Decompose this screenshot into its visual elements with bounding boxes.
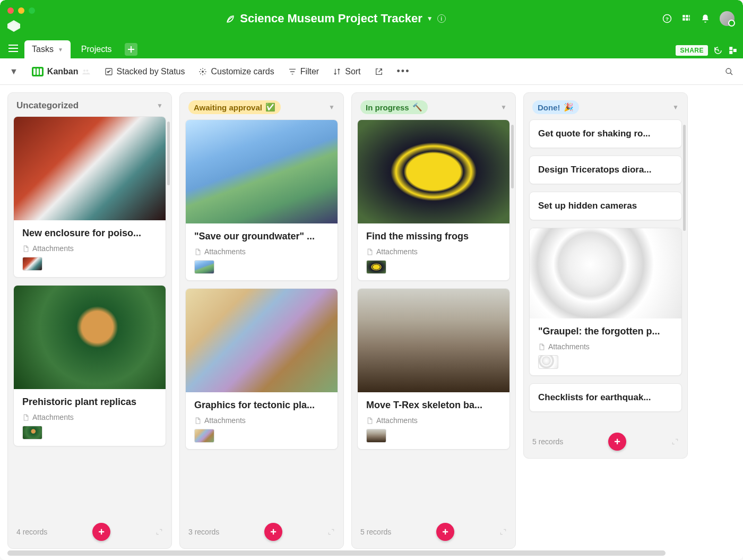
app-logo-icon[interactable] <box>7 20 20 34</box>
filter-button[interactable]: Filter <box>288 67 319 76</box>
records-count: 5 records <box>532 437 563 446</box>
svg-rect-4 <box>682 18 685 21</box>
help-icon[interactable]: ? <box>662 14 672 23</box>
maximize-window-icon[interactable] <box>29 7 35 14</box>
kanban-icon <box>32 67 44 76</box>
kanban-card[interactable]: Design Triceratops diora... <box>529 156 682 184</box>
column-header[interactable]: In progress 🔨 ▼ <box>352 93 515 119</box>
notifications-icon[interactable] <box>701 14 710 23</box>
view-label: Kanban <box>47 67 79 76</box>
info-icon[interactable]: i <box>437 14 446 23</box>
more-options-button[interactable]: ••• <box>397 66 410 77</box>
add-card-button[interactable]: + <box>436 523 454 541</box>
column-header[interactable]: Done! 🎉 ▼ <box>524 93 687 119</box>
workspace-title-text: Science Museum Project Tracker <box>240 12 422 25</box>
kanban-card[interactable]: Prehistoric plant replicas Attachments <box>13 285 166 446</box>
expand-icon[interactable] <box>327 528 335 536</box>
menu-icon[interactable] <box>5 40 21 56</box>
window-controls <box>7 7 35 14</box>
column-title-pill: In progress 🔨 <box>360 100 428 114</box>
svg-rect-5 <box>686 18 688 21</box>
hammer-emoji: 🔨 <box>412 102 422 112</box>
chevron-down-icon[interactable]: ▼ <box>329 104 335 111</box>
kanban-card[interactable]: Get quote for shaking ro... <box>529 119 682 148</box>
attachments-label: Attachments <box>22 244 157 253</box>
kanban-card[interactable]: Set up hidden cameras <box>529 192 682 220</box>
scrollbar[interactable] <box>167 122 170 185</box>
card-title: Find the missing frogs <box>366 231 501 242</box>
view-switcher[interactable]: Kanban <box>32 67 91 76</box>
attachment-thumbnail[interactable] <box>366 429 386 443</box>
kanban-card[interactable]: "Save our groundwater" ... Attachments <box>185 119 338 281</box>
share-view-button[interactable] <box>375 67 383 76</box>
scrollbar[interactable] <box>683 125 686 231</box>
svg-rect-9 <box>729 51 732 54</box>
blocks-icon[interactable] <box>728 46 738 55</box>
svg-rect-3 <box>686 15 688 18</box>
attachment-thumbnail[interactable] <box>22 257 42 271</box>
column-title-pill: Awaiting approval ✅ <box>188 100 281 114</box>
card-cover-image <box>358 289 509 392</box>
tab-tasks[interactable]: Tasks ▼ <box>24 40 71 58</box>
column-awaiting-approval: Awaiting approval ✅ ▼ "Save our groundwa… <box>179 92 344 549</box>
chevron-down-icon[interactable]: ▼ <box>672 104 679 111</box>
search-button[interactable] <box>725 67 733 76</box>
tab-label: Projects <box>81 45 112 54</box>
attachments-label: Attachments <box>538 342 673 351</box>
attachment-thumbnail[interactable] <box>194 260 214 274</box>
user-avatar[interactable] <box>720 11 735 26</box>
minimize-window-icon[interactable] <box>18 7 24 14</box>
attachment-thumbnail[interactable] <box>538 355 558 369</box>
expand-icon[interactable] <box>499 528 507 536</box>
kanban-board: Uncategorized ▼ New enclosure for poiso.… <box>0 85 743 560</box>
attachment-thumbnail[interactable] <box>22 426 42 440</box>
apps-grid-icon[interactable] <box>681 14 691 23</box>
share-button[interactable]: SHARE <box>676 45 708 56</box>
kanban-card[interactable]: Move T-Rex skeleton ba... Attachments <box>357 288 510 450</box>
kanban-card[interactable]: Find the missing frogs Attachments <box>357 119 510 281</box>
attachments-label: Attachments <box>194 247 329 256</box>
card-cover-image <box>186 120 338 223</box>
add-card-button[interactable]: + <box>264 523 282 541</box>
svg-rect-7 <box>689 18 690 21</box>
history-icon[interactable] <box>713 46 723 55</box>
records-count: 3 records <box>188 528 219 536</box>
attachment-thumbnail[interactable] <box>366 260 386 274</box>
add-tab-button[interactable] <box>125 43 137 56</box>
expand-icon[interactable] <box>671 438 679 445</box>
collaborators-icon[interactable] <box>82 67 91 76</box>
expand-icon[interactable] <box>155 528 163 536</box>
chevron-down-icon[interactable]: ▼ <box>157 102 163 109</box>
chevron-down-icon[interactable]: ▼ <box>500 104 507 111</box>
kanban-card[interactable]: Checklists for earthquak... <box>529 383 682 412</box>
attachments-label: Attachments <box>194 416 329 425</box>
chevron-down-icon[interactable]: ▼ <box>10 67 18 76</box>
attachment-thumbnail[interactable] <box>194 429 214 443</box>
add-card-button[interactable]: + <box>608 433 626 451</box>
customize-cards-button[interactable]: Customize cards <box>198 67 274 76</box>
horizontal-scrollbar[interactable] <box>7 550 666 556</box>
column-header[interactable]: Awaiting approval ✅ ▼ <box>180 93 343 119</box>
add-card-button[interactable]: + <box>92 523 110 541</box>
column-title: Uncategorized <box>16 100 79 111</box>
workspace-title[interactable]: Science Museum Project Tracker ▼ i <box>8 12 662 25</box>
view-toolbar: ▼ Kanban Stacked by Status Customize car… <box>0 58 743 85</box>
kanban-card[interactable]: New enclosure for poiso... Attachments <box>13 116 166 278</box>
column-done: Done! 🎉 ▼ Get quote for shaking ro... De… <box>523 92 688 459</box>
attachments-label: Attachments <box>22 413 157 421</box>
scrollbar[interactable] <box>511 125 514 188</box>
stacked-by-button[interactable]: Stacked by Status <box>105 67 185 76</box>
sort-button[interactable]: Sort <box>333 67 360 76</box>
card-cover-image <box>14 117 166 220</box>
close-window-icon[interactable] <box>7 7 14 14</box>
card-cover-image <box>530 228 681 318</box>
card-title: Checklists for earthquak... <box>538 392 673 403</box>
chevron-down-icon[interactable]: ▼ <box>58 47 63 53</box>
tab-projects[interactable]: Projects <box>74 40 119 58</box>
kanban-card[interactable]: "Graupel: the forgotten p... Attachments <box>529 228 682 376</box>
kanban-card[interactable]: Graphics for tectonic pla... Attachments <box>185 288 338 450</box>
leaf-icon <box>225 13 236 24</box>
sort-label: Sort <box>345 67 360 76</box>
column-header[interactable]: Uncategorized ▼ <box>8 93 171 116</box>
card-title: Prehistoric plant replicas <box>22 397 157 408</box>
